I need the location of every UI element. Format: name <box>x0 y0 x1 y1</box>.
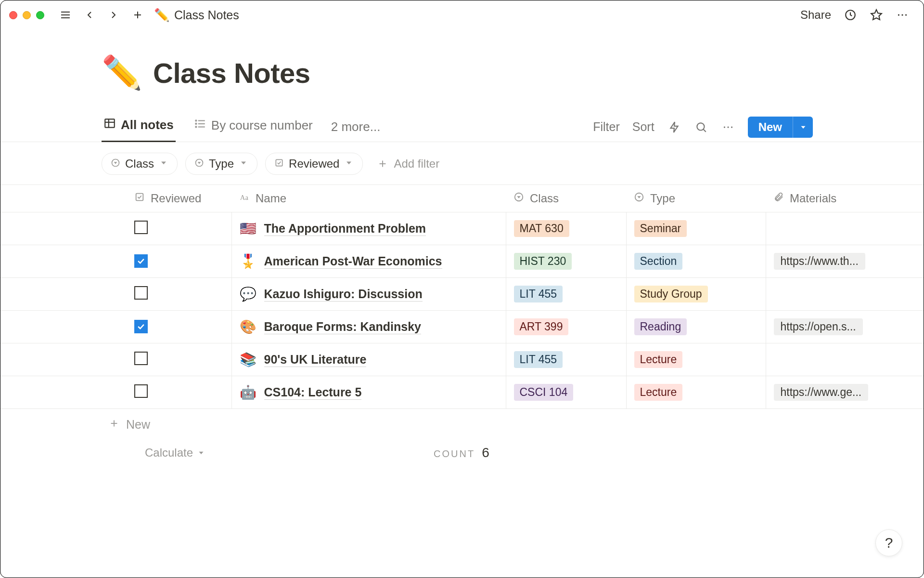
row-title: 90's UK Literature <box>264 353 367 367</box>
cell-type[interactable]: Lecture <box>626 376 766 409</box>
help-button[interactable]: ? <box>875 529 902 556</box>
cell-name[interactable]: 💬Kazuo Ishiguro: Discussion <box>231 278 506 311</box>
material-link[interactable]: https://www.th... <box>774 253 865 270</box>
cell-name[interactable]: 📚90's UK Literature <box>231 343 506 376</box>
page-icon[interactable]: ✏️ <box>102 53 142 92</box>
svg-point-23 <box>731 126 732 128</box>
minimize-window-button[interactable] <box>23 11 31 19</box>
class-tag: ART 399 <box>514 318 569 335</box>
table-row[interactable]: 🤖CS104: Lecture 5CSCI 104Lecturehttps://… <box>0 376 924 409</box>
close-window-button[interactable] <box>9 11 17 19</box>
column-header-type[interactable]: Type <box>626 185 766 212</box>
column-header-reviewed[interactable]: Reviewed <box>0 185 231 212</box>
cell-type[interactable]: Study Group <box>626 278 766 311</box>
table-row[interactable]: 💬Kazuo Ishiguro: DiscussionLIT 455Study … <box>0 278 924 311</box>
cell-class[interactable]: ART 399 <box>506 311 626 343</box>
new-page-button[interactable] <box>131 8 144 22</box>
cell-name[interactable]: 🎖️American Post-War Economics <box>231 245 506 278</box>
view-tab-all-notes[interactable]: All notes <box>102 112 176 142</box>
cell-name[interactable]: 🎨Baroque Forms: Kandinsky <box>231 311 506 343</box>
table-row[interactable]: 🎖️American Post-War EconomicsHIST 230Sec… <box>0 245 924 278</box>
sort-button[interactable]: Sort <box>632 120 654 134</box>
filter-button[interactable]: Filter <box>593 120 620 134</box>
reviewed-checkbox[interactable] <box>134 221 148 234</box>
list-icon <box>194 118 206 133</box>
column-header-materials[interactable]: Materials <box>766 185 924 212</box>
fullscreen-window-button[interactable] <box>36 11 44 19</box>
cell-name[interactable]: 🇺🇸The Apportionment Problem <box>231 212 506 245</box>
material-link[interactable]: https://www.ge... <box>774 384 869 401</box>
svg-point-8 <box>901 14 903 15</box>
type-tag: Study Group <box>634 286 708 302</box>
filter-chip-label: Type <box>209 157 234 171</box>
nav-back-button[interactable] <box>83 8 96 22</box>
automations-icon[interactable] <box>667 120 681 134</box>
column-header-name[interactable]: Aa Name <box>231 185 506 212</box>
add-row-button[interactable]: New <box>0 409 924 432</box>
filter-chip-label: Reviewed <box>289 157 339 171</box>
table-row[interactable]: 📚90's UK LiteratureLIT 455Lecture <box>0 343 924 376</box>
cell-materials[interactable] <box>766 278 924 311</box>
window-controls <box>9 11 44 19</box>
breadcrumb[interactable]: ✏️ Class Notes <box>154 8 239 23</box>
add-filter-button[interactable]: Add filter <box>377 157 439 171</box>
cell-class[interactable]: LIT 455 <box>506 343 626 376</box>
active-filters-row: Class Type Reviewed Add filter <box>0 142 924 175</box>
cell-materials[interactable] <box>766 343 924 376</box>
page-title[interactable]: Class Notes <box>153 57 310 89</box>
filter-chip-type[interactable]: Type <box>185 153 257 175</box>
sidebar-toggle-icon[interactable] <box>59 8 72 22</box>
search-icon[interactable] <box>694 120 708 134</box>
filter-chip-label: Class <box>125 157 154 171</box>
filter-chip-reviewed[interactable]: Reviewed <box>265 153 363 175</box>
cell-name[interactable]: 🤖CS104: Lecture 5 <box>231 376 506 409</box>
nav-forward-button[interactable] <box>107 8 120 22</box>
cell-class[interactable]: MAT 630 <box>506 212 626 245</box>
cell-materials[interactable] <box>766 212 924 245</box>
more-menu-icon[interactable] <box>896 8 909 22</box>
updates-icon[interactable] <box>844 8 857 22</box>
count-label: COUNT <box>434 448 475 459</box>
table-row[interactable]: 🇺🇸The Apportionment ProblemMAT 630Semina… <box>0 212 924 245</box>
svg-point-19 <box>697 123 704 130</box>
cell-type[interactable]: Lecture <box>626 343 766 376</box>
page-header: ✏️ Class Notes <box>0 53 924 92</box>
svg-marker-24 <box>801 126 805 128</box>
svg-rect-35 <box>136 194 143 201</box>
view-options-icon[interactable] <box>721 120 735 134</box>
row-emoji: 💬 <box>240 286 257 302</box>
new-button[interactable]: New <box>748 117 793 138</box>
cell-class[interactable]: LIT 455 <box>506 278 626 311</box>
chevron-down-icon <box>344 157 354 171</box>
cell-reviewed <box>0 212 231 245</box>
share-button[interactable]: Share <box>800 8 831 22</box>
view-tab-by-course-number[interactable]: By course number <box>192 113 315 141</box>
more-views-button[interactable]: 2 more... <box>331 119 381 134</box>
calculate-button[interactable]: Calculate <box>145 446 205 460</box>
cell-materials[interactable]: https://www.ge... <box>766 376 924 409</box>
cell-class[interactable]: CSCI 104 <box>506 376 626 409</box>
table-row[interactable]: 🎨Baroque Forms: KandinskyART 399Readingh… <box>0 311 924 343</box>
favorite-icon[interactable] <box>870 8 883 22</box>
cell-materials[interactable]: https://open.s... <box>766 311 924 343</box>
cell-type[interactable]: Section <box>626 245 766 278</box>
column-header-class[interactable]: Class <box>506 185 626 212</box>
cell-type[interactable]: Reading <box>626 311 766 343</box>
column-header-label: Materials <box>790 192 836 205</box>
reviewed-checkbox[interactable] <box>134 286 148 300</box>
checkbox-icon <box>274 157 284 171</box>
table-icon <box>103 117 116 133</box>
cell-type[interactable]: Seminar <box>626 212 766 245</box>
class-tag: MAT 630 <box>514 220 569 237</box>
reviewed-checkbox[interactable] <box>134 352 148 365</box>
new-button-group: New <box>748 117 813 138</box>
reviewed-checkbox[interactable] <box>134 254 148 268</box>
reviewed-checkbox[interactable] <box>134 320 148 333</box>
calculate-label: Calculate <box>145 446 193 460</box>
material-link[interactable]: https://open.s... <box>774 318 863 335</box>
cell-materials[interactable]: https://www.th... <box>766 245 924 278</box>
cell-class[interactable]: HIST 230 <box>506 245 626 278</box>
filter-chip-class[interactable]: Class <box>102 153 178 175</box>
reviewed-checkbox[interactable] <box>134 384 148 398</box>
new-button-dropdown[interactable] <box>793 117 813 138</box>
